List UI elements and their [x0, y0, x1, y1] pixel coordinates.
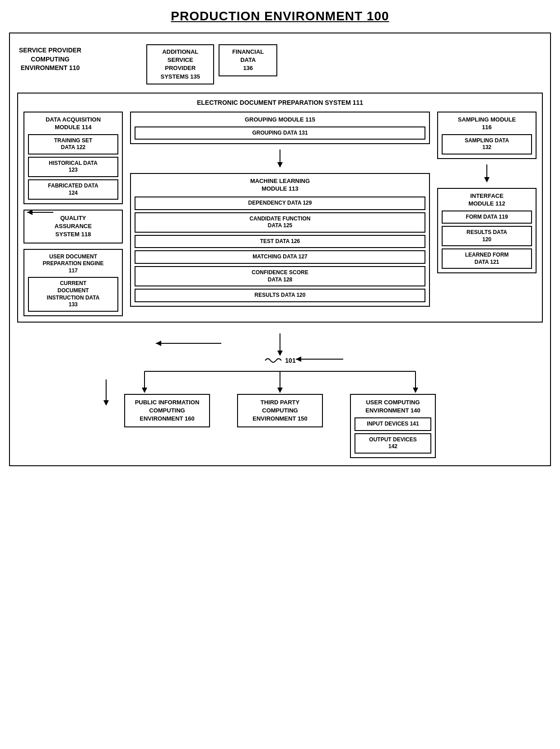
branch-row: PUBLIC INFORMATION COMPUTING ENVIRONMENT… [124, 394, 436, 458]
additional-service-box: ADDITIONAL SERVICE PROVIDER SYSTEMS 135 [146, 44, 214, 84]
dependency-data: DEPENDENCY DATA 129 [135, 197, 425, 210]
interface-title: INTERFACE MODULE 112 [442, 192, 532, 208]
confidence-score-data: CONFIDENCE SCORE DATA 128 [135, 266, 425, 286]
svg-marker-8 [142, 388, 147, 393]
svg-marker-1 [277, 162, 283, 168]
network-squiggle [264, 356, 282, 365]
edps-label: ELECTRONIC DOCUMENT PREPARATION SYSTEM 1… [23, 99, 537, 106]
col-right: SAMPLING MODULE 116 SAMPLING DATA 132 IN… [437, 112, 537, 274]
public-info-box: PUBLIC INFORMATION COMPUTING ENVIRONMENT… [124, 394, 210, 428]
arrow-grouping-down-svg [273, 150, 287, 168]
user-computing-title: USER COMPUTING ENVIRONMENT 140 [355, 398, 431, 415]
third-party-box: THIRD PARTY COMPUTING ENVIRONMENT 150 [237, 394, 323, 428]
arrow-edps-to-network-svg [273, 333, 287, 356]
form-data: FORM DATA 119 [442, 211, 532, 224]
grouping-box: GROUPING MODULE 115 GROUPING DATA 131 [130, 112, 430, 144]
svg-marker-10 [277, 388, 283, 393]
ml-box: MACHINE LEARNING MODULE 113 DEPENDENCY D… [130, 173, 430, 307]
col-middle: GROUPING MODULE 115 GROUPING DATA 131 MA… [130, 112, 430, 307]
ml-title: MACHINE LEARNING MODULE 113 [135, 178, 425, 193]
third-party-title: THIRD PARTY COMPUTING ENVIRONMENT 150 [242, 398, 318, 423]
outer-container: SERVICE PROVIDER COMPUTING ENVIRONMENT 1… [9, 33, 551, 466]
service-provider-label: SERVICE PROVIDER COMPUTING ENVIRONMENT 1… [17, 44, 83, 75]
sampling-data: SAMPLING DATA 132 [442, 134, 532, 154]
results-data-ml: RESULTS DATA 120 [135, 289, 425, 302]
public-info-title: PUBLIC INFORMATION COMPUTING ENVIRONMENT… [129, 398, 205, 423]
col-left: DATA ACQUISITION MODULE 114 TRAINING SET… [23, 112, 123, 316]
bottom-section: 101 PUBLIC INFORMATION COMPUTING [17, 333, 543, 458]
network-row: 101 [264, 356, 295, 365]
grouping-data: GROUPING DATA 131 [135, 126, 425, 140]
learned-form-data: LEARNED FORM DATA 121 [442, 248, 532, 269]
user-computing-box: USER COMPUTING ENVIRONMENT 140 INPUT DEV… [350, 394, 436, 458]
financial-data-box: FINANCIAL DATA 136 [219, 44, 277, 76]
historical-data: HISTORICAL DATA 123 [28, 157, 118, 177]
test-data: TEST DATA 126 [135, 235, 425, 248]
candidate-function-data: CANDIDATE FUNCTION DATA 125 [135, 212, 425, 233]
edps-container: ELECTRONIC DOCUMENT PREPARATION SYSTEM 1… [17, 93, 543, 323]
dam-box: DATA ACQUISITION MODULE 114 TRAINING SET… [23, 112, 123, 204]
interface-box: INTERFACE MODULE 112 FORM DATA 119 RESUL… [437, 188, 537, 274]
svg-marker-5 [277, 351, 283, 356]
input-devices: INPUT DEVICES 141 [355, 417, 431, 431]
results-data-interface: RESULTS DATA 120 [442, 226, 532, 246]
qa-title: QUALITY ASSURANCE SYSTEM 118 [28, 214, 118, 239]
dam-title: DATA ACQUISITION MODULE 114 [28, 116, 118, 131]
top-row: SERVICE PROVIDER COMPUTING ENVIRONMENT 1… [17, 41, 543, 88]
arrow-sampling-down-svg [480, 164, 494, 183]
page-title: PRODUCTION ENVIRONMENT 100 [9, 9, 551, 23]
matching-data: MATCHING DATA 127 [135, 250, 425, 264]
grouping-title: GROUPING MODULE 115 [135, 116, 425, 124]
fabricated-data: FABRICATED DATA 124 [28, 179, 118, 200]
udpe-box: USER DOCUMENT PREPARATION ENGINE 117 CUR… [23, 249, 123, 316]
training-set-data: TRAINING SET DATA 122 [28, 134, 118, 154]
distribution-arrows [99, 367, 461, 394]
svg-marker-12 [413, 388, 418, 393]
current-doc-instruction: CURRENT DOCUMENT INSTRUCTION DATA 133 [28, 277, 118, 311]
network-label: 101 [285, 357, 295, 364]
qa-box: QUALITY ASSURANCE SYSTEM 118 [23, 210, 123, 243]
arrow-group-ml [130, 150, 430, 168]
edps-inner: DATA ACQUISITION MODULE 114 TRAINING SET… [23, 112, 537, 316]
sampling-title: SAMPLING MODULE 116 [442, 116, 532, 131]
output-devices: OUTPUT DEVICES 142 [355, 433, 431, 454]
udpe-title: USER DOCUMENT PREPARATION ENGINE 117 [28, 253, 118, 275]
sampling-box: SAMPLING MODULE 116 SAMPLING DATA 132 [437, 112, 537, 159]
top-right-boxes: ADDITIONAL SERVICE PROVIDER SYSTEMS 135 … [146, 44, 277, 84]
arrow-sampling-interface [437, 164, 537, 183]
svg-marker-3 [484, 177, 490, 183]
distribution-svg [99, 367, 461, 394]
